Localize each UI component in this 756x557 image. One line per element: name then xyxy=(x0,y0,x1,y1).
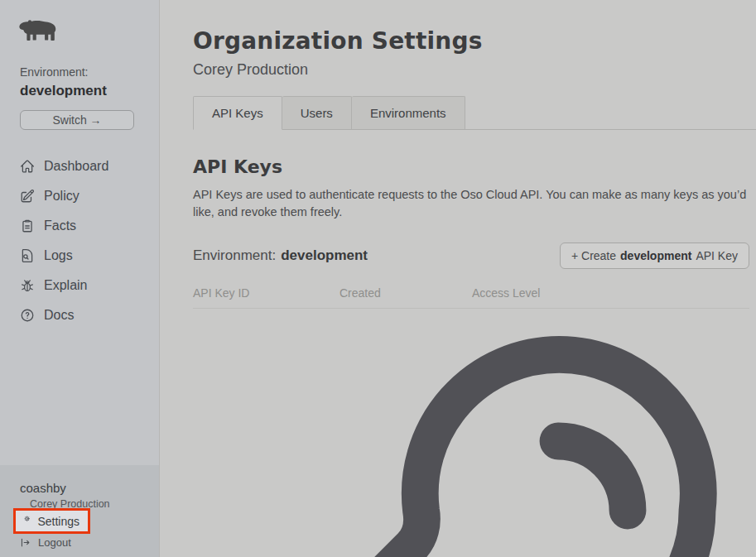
page-title: Organization Settings xyxy=(193,27,756,55)
page-subtitle: Corey Production xyxy=(193,61,756,79)
question-circle-icon xyxy=(20,308,35,323)
sidebar-item-facts[interactable]: Facts xyxy=(20,211,144,241)
logout-icon xyxy=(20,537,31,548)
user-panel: coashby Corey Production Settings xyxy=(0,465,159,557)
bug-icon xyxy=(20,278,35,293)
oso-bear-logo-icon xyxy=(18,17,57,42)
switch-environment-button[interactable]: Switch → xyxy=(20,110,134,130)
sidebar-item-label: Logs xyxy=(44,248,73,263)
sidebar-item-label: Explain xyxy=(44,278,87,293)
settings-label: Settings xyxy=(37,515,79,528)
sidebar-nav: Dashboard Policy Facts xyxy=(20,151,144,330)
development-section-header: Environment: development + Create develo… xyxy=(193,242,749,269)
development-section-title: Environment: development xyxy=(193,247,368,264)
sidebar-item-label: Dashboard xyxy=(44,159,108,174)
sidebar: Environment: development Switch → Dashbo… xyxy=(0,0,160,557)
tab-environments[interactable]: Environments xyxy=(352,96,465,130)
create-button-prefix: + Create xyxy=(571,249,616,262)
column-created: Created xyxy=(339,286,472,300)
environment-name: development xyxy=(281,247,368,264)
create-development-api-key-button[interactable]: + Create development API Key xyxy=(560,242,749,269)
sidebar-item-label: Docs xyxy=(44,308,74,323)
home-icon xyxy=(20,159,35,174)
tab-users[interactable]: Users xyxy=(282,96,352,130)
sidebar-item-dashboard[interactable]: Dashboard xyxy=(20,151,144,181)
development-empty-state: No development API Keys xyxy=(193,309,749,557)
api-keys-heading: API Keys xyxy=(193,156,749,177)
create-button-env: development xyxy=(620,249,691,262)
key-icon xyxy=(193,319,749,557)
environment-label: Environment: xyxy=(20,65,107,79)
api-key-table-header: API Key ID Created Access Level xyxy=(193,286,749,309)
sidebar-item-label: Facts xyxy=(44,218,76,233)
annotation-highlight: Settings xyxy=(13,508,90,534)
clipboard-icon xyxy=(20,218,35,233)
pencil-square-icon xyxy=(20,189,35,204)
main-content: Organization Settings Corey Production A… xyxy=(161,0,756,557)
logout-label: Logout xyxy=(38,536,71,549)
create-button-suffix: API Key xyxy=(696,249,738,262)
environment-label: Environment: xyxy=(193,247,276,264)
logout-button[interactable]: Logout xyxy=(20,536,71,549)
sidebar-item-label: Policy xyxy=(44,189,79,204)
column-access-level: Access Level xyxy=(472,286,749,300)
environment-switcher: Environment: development xyxy=(20,65,107,99)
sidebar-item-explain[interactable]: Explain xyxy=(20,271,144,300)
settings-button[interactable]: Settings xyxy=(16,511,88,531)
document-search-icon xyxy=(20,248,35,263)
username: coashby xyxy=(20,481,66,495)
sidebar-item-policy[interactable]: Policy xyxy=(20,181,144,211)
api-keys-panel: API Keys API Keys are used to authentica… xyxy=(193,156,756,557)
sidebar-item-docs[interactable]: Docs xyxy=(20,300,144,330)
tab-api-keys[interactable]: API Keys xyxy=(193,96,282,130)
tabbar: API Keys Users Environments xyxy=(193,96,756,130)
environment-value: development xyxy=(20,83,107,99)
gear-icon xyxy=(24,516,30,526)
column-api-key-id: API Key ID xyxy=(193,286,339,300)
api-keys-description: API Keys are used to authenticate reques… xyxy=(193,186,749,221)
sidebar-item-logs[interactable]: Logs xyxy=(20,241,144,271)
